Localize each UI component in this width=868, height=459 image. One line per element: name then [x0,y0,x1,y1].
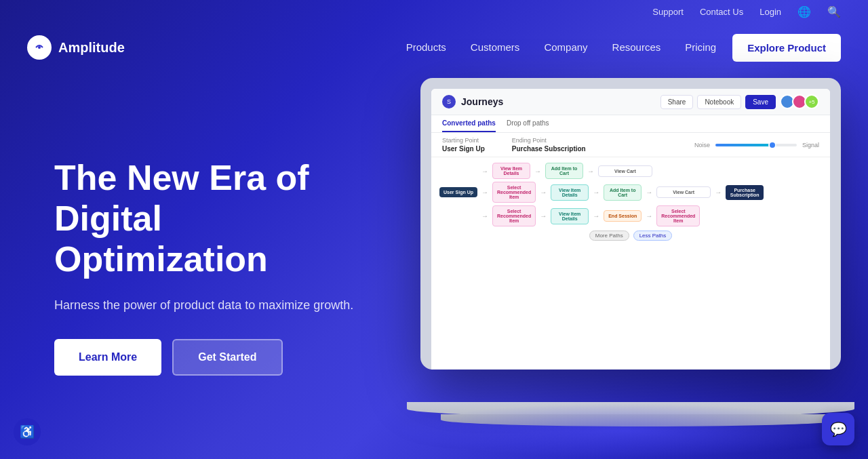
logo-text: Amplitude [58,40,125,56]
ending-point-label: Ending Point [512,137,586,144]
tab-drop-off-paths[interactable]: Drop off paths [507,119,549,132]
starting-point-value: User Sign Up [442,145,485,153]
arrow: → [587,167,594,175]
node-view-cart-mid[interactable]: View Cart [656,186,711,198]
arrow: → [481,188,488,196]
arrow: → [540,212,547,220]
arrow: → [481,212,488,220]
less-paths-button[interactable]: Less Paths [633,231,673,241]
ending-point-value: Purchase Subscription [512,145,586,153]
app-header-right: Share Notebook Save +5 [660,94,819,109]
nav-company[interactable]: Company [544,41,587,53]
login-link[interactable]: Login [760,7,781,17]
accessibility-button[interactable]: ♿ [14,418,41,445]
journey-diagram: → View ItemDetails → Add Item toCart → V… [431,157,830,246]
nav-pricing[interactable]: Pricing [685,41,716,53]
app-avatars: +5 [780,94,819,109]
starting-point-group: Starting Point User Sign Up [442,137,485,153]
share-button[interactable]: Share [660,95,694,109]
node-purchase-subscription[interactable]: PurchaseSubscription [726,185,764,200]
starting-point-label: Starting Point [442,137,485,144]
node-select-recommended-bot[interactable]: SelectRecommendedItem [492,205,536,226]
more-paths-button[interactable]: More Paths [589,231,629,241]
arrow: → [593,212,599,220]
arrow: → [481,167,488,175]
laptop-mockup: S Journeys Share Notebook Save +5 [420,78,868,458]
node-view-cart-top[interactable]: View Cart [598,165,652,177]
avatar-3: +5 [804,94,819,109]
accessibility-icon: ♿ [20,424,35,439]
node-add-item-cart-top[interactable]: Add Item toCart [545,163,583,179]
noise-slider-thumb [768,141,776,149]
logo-icon [27,35,52,60]
node-view-item-details-top[interactable]: View ItemDetails [492,163,530,179]
hero-title: The New Era of Digital Optimization [54,158,380,279]
app-title: Journeys [461,96,503,107]
journey-row-3: → SelectRecommendedItem → View ItemDetai… [439,205,822,226]
ending-point-group: Ending Point Purchase Subscription [512,137,586,153]
app-tabs: Converted paths Drop off paths [431,115,830,133]
globe-icon[interactable]: 🌐 [797,5,811,18]
noise-signal-control: Noise Signal [613,142,819,148]
arrow: → [593,188,599,196]
noise-label: Noise [694,142,710,148]
arrow: → [646,188,652,196]
nav-products[interactable]: Products [406,41,446,53]
app-filter-row: Starting Point User Sign Up Ending Point… [431,133,830,157]
journey-row-2: User Sign Up → SelectRecommendedItem → V… [439,182,822,203]
notebook-button[interactable]: Notebook [697,95,741,109]
hero-section: The New Era of Digital Optimization Harn… [0,71,868,456]
search-icon[interactable]: 🔍 [827,5,841,18]
svg-point-1 [38,46,41,49]
nav-links: Products Customers Company Resources Pri… [406,41,717,54]
tab-converted-paths[interactable]: Converted paths [442,119,496,132]
get-started-button[interactable]: Get Started [172,339,282,376]
node-user-sign-up[interactable]: User Sign Up [439,187,477,197]
app-header-left: S Journeys [442,95,503,108]
journey-row-1: → View ItemDetails → Add Item toCart → V… [439,163,822,179]
save-button[interactable]: Save [745,95,776,109]
contact-us-link[interactable]: Contact Us [700,7,743,17]
explore-product-button[interactable]: Explore Product [732,34,841,62]
laptop-screen-outer: S Journeys Share Notebook Save +5 [420,78,841,370]
chat-icon: 💬 [830,421,847,437]
learn-more-button[interactable]: Learn More [54,339,161,376]
node-view-item-details-bot[interactable]: View ItemDetails [551,208,589,224]
hero-subtitle: Harness the power of product data to max… [54,296,380,315]
node-end-session[interactable]: End Session [604,210,642,222]
logo[interactable]: Amplitude [27,35,125,60]
node-add-item-cart-mid[interactable]: Add Item toCart [604,184,642,201]
hero-buttons: Learn More Get Started [54,339,380,376]
chat-button[interactable]: 💬 [822,413,854,445]
noise-slider-fill [715,144,776,146]
arrow: → [646,212,652,220]
node-view-item-details-mid[interactable]: View ItemDetails [551,184,589,201]
hero-text: The New Era of Digital Optimization Harn… [54,158,380,375]
top-bar: Support Contact Us Login 🌐 🔍 [0,0,868,24]
laptop-screen-inner: S Journeys Share Notebook Save +5 [431,89,830,370]
node-select-recommended-bot2[interactable]: SelectRecommendedItem [656,205,700,226]
nav-resources[interactable]: Resources [612,41,661,53]
support-link[interactable]: Support [652,7,684,17]
noise-slider[interactable] [715,144,797,146]
node-select-recommended-mid[interactable]: SelectRecommendedItem [492,182,536,203]
paths-controls: More Paths Less Paths [439,231,822,241]
arrow: → [540,188,547,196]
app-logo-dot: S [442,95,456,108]
signal-label: Signal [802,142,819,148]
nav-customers[interactable]: Customers [471,41,520,53]
laptop-glow [393,403,854,458]
arrow: → [715,188,722,196]
app-header: S Journeys Share Notebook Save +5 [431,89,830,115]
arrow: → [534,167,541,175]
navbar: Amplitude Products Customers Company Res… [0,24,868,71]
